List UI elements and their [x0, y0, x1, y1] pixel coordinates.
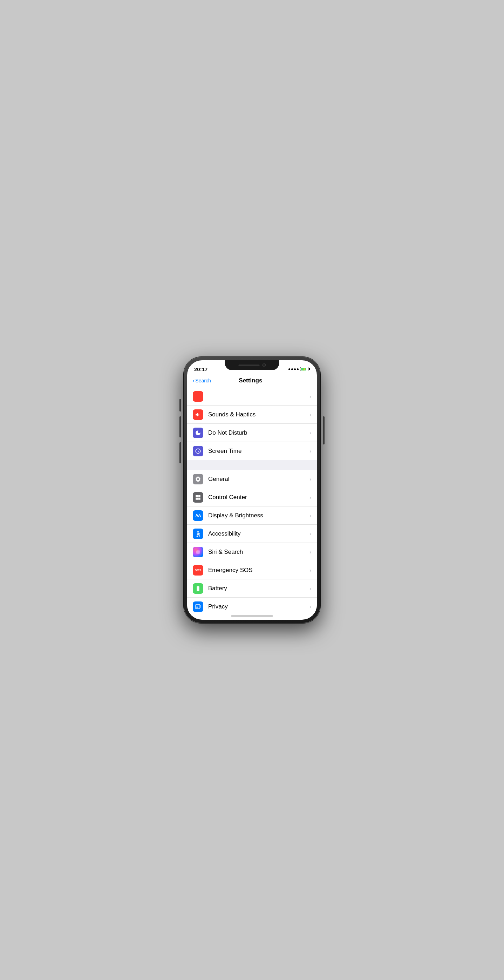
siri-label: Siri & Search: [208, 549, 310, 555]
settings-row-display-brightness[interactable]: AA Display & Brightness ›: [187, 506, 317, 525]
settings-list[interactable]: › Sounds & Haptics ›: [187, 387, 317, 616]
display-brightness-chevron: ›: [310, 513, 311, 519]
battery-icon: ⚡: [300, 367, 310, 371]
emergency-sos-icon: SOS: [193, 565, 203, 576]
battery-label: Battery: [208, 585, 310, 592]
signal-dot-3: [294, 368, 296, 370]
volume-down-button[interactable]: [180, 442, 181, 463]
settings-row-partial-top[interactable]: ›: [187, 387, 317, 406]
screen-time-label: Screen Time: [208, 448, 310, 455]
battery-tip: [309, 368, 310, 370]
navigation-bar: ‹ Search Settings: [187, 376, 317, 387]
general-label: General: [208, 476, 310, 483]
settings-row-accessibility[interactable]: Accessibility ›: [187, 525, 317, 543]
settings-chevron-partial: ›: [310, 394, 311, 399]
battery-body: ⚡: [300, 367, 308, 371]
mute-button[interactable]: [180, 399, 181, 412]
emergency-sos-chevron: ›: [310, 568, 311, 573]
status-time: 20:17: [194, 366, 207, 372]
home-indicator[interactable]: [231, 615, 273, 617]
general-chevron: ›: [310, 476, 311, 482]
control-center-chevron: ›: [310, 495, 311, 500]
siri-chevron: ›: [310, 549, 311, 555]
power-button[interactable]: [323, 417, 324, 444]
settings-section-0: › Sounds & Haptics ›: [187, 387, 317, 460]
settings-row-general[interactable]: General ›: [187, 470, 317, 488]
screen-time-icon: [193, 446, 203, 457]
group-divider-1: [187, 460, 317, 470]
privacy-icon: [193, 601, 203, 612]
svg-point-1: [197, 551, 199, 553]
back-label: Search: [195, 378, 211, 383]
settings-section-1: General › Control Center › AA: [187, 470, 317, 616]
sounds-haptics-icon: [193, 409, 203, 420]
settings-row-sounds-haptics[interactable]: Sounds & Haptics ›: [187, 406, 317, 424]
emergency-sos-label: Emergency SOS: [208, 567, 310, 574]
screen-time-chevron: ›: [310, 448, 311, 454]
signal-dot-2: [291, 368, 293, 370]
settings-row-do-not-disturb[interactable]: Do Not Disturb ›: [187, 424, 317, 442]
signal-icon: [288, 368, 299, 370]
general-icon: [193, 474, 203, 484]
phone-screen: 20:17 ⚡ ‹: [187, 360, 317, 620]
svg-point-0: [197, 531, 199, 532]
notch: [225, 360, 279, 370]
settings-row-control-center[interactable]: Control Center ›: [187, 488, 317, 506]
back-button[interactable]: ‹ Search: [193, 377, 211, 384]
accessibility-label: Accessibility: [208, 530, 310, 537]
accessibility-icon: [193, 528, 203, 539]
accessibility-chevron: ›: [310, 531, 311, 537]
volume-up-button[interactable]: [180, 417, 181, 438]
sounds-haptics-chevron: ›: [310, 412, 311, 417]
control-center-icon: [193, 492, 203, 503]
settings-row-privacy[interactable]: Privacy ›: [187, 598, 317, 616]
battery-chevron: ›: [310, 586, 311, 591]
display-brightness-label: Display & Brightness: [208, 512, 310, 519]
signal-dot-1: [288, 368, 290, 370]
status-right: ⚡: [288, 367, 310, 371]
speaker: [238, 364, 259, 366]
back-chevron-icon: ‹: [193, 377, 194, 384]
do-not-disturb-label: Do Not Disturb: [208, 430, 310, 436]
settings-row-siri-search[interactable]: Siri & Search ›: [187, 543, 317, 561]
settings-icon-partial: [193, 391, 203, 402]
settings-row-battery[interactable]: Battery ›: [187, 579, 317, 598]
privacy-chevron: ›: [310, 604, 311, 609]
page-title: Settings: [211, 377, 290, 384]
sounds-haptics-label: Sounds & Haptics: [208, 411, 310, 418]
do-not-disturb-chevron: ›: [310, 430, 311, 436]
phone-frame: 20:17 ⚡ ‹: [184, 357, 320, 623]
signal-dot-4: [297, 368, 299, 370]
privacy-label: Privacy: [208, 603, 310, 610]
settings-row-emergency-sos[interactable]: SOS Emergency SOS ›: [187, 561, 317, 579]
siri-icon: [193, 547, 203, 557]
camera: [262, 363, 266, 367]
battery-bolt-icon: ⚡: [302, 368, 306, 371]
display-brightness-icon: AA: [193, 510, 203, 521]
settings-row-screen-time[interactable]: Screen Time ›: [187, 442, 317, 460]
control-center-label: Control Center: [208, 494, 310, 501]
do-not-disturb-icon: [193, 428, 203, 438]
battery-settings-icon: [193, 583, 203, 594]
